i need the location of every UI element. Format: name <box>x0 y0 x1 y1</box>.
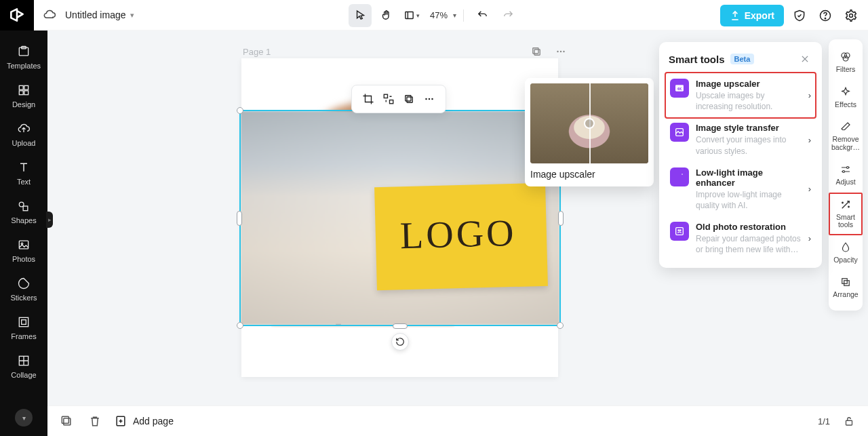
right-item-smart-tools[interactable]: Smart tools <box>829 193 863 235</box>
hand-tool[interactable] <box>374 4 397 27</box>
settings-icon[interactable] <box>841 5 861 26</box>
canvas-tools: ▾ 47% ▾ <box>349 0 519 31</box>
svg-rect-6 <box>19 85 23 90</box>
resize-handle-tl[interactable] <box>237 107 243 114</box>
rotate-handle[interactable] <box>391 333 409 351</box>
shield-icon[interactable] <box>789 5 810 26</box>
document-title-text: Untitled image <box>65 9 126 20</box>
shapes-icon <box>16 199 31 214</box>
svg-point-27 <box>429 98 431 100</box>
sidebar-item-frames[interactable]: Frames <box>0 309 47 347</box>
svg-rect-22 <box>384 94 387 98</box>
sidebar-item-label: Design <box>12 100 35 108</box>
separator <box>463 9 464 22</box>
eraser-icon <box>839 120 852 134</box>
sidebar-item-text[interactable]: Text <box>0 154 47 193</box>
sidebar-item-design[interactable]: Design <box>0 77 47 115</box>
sidebar-item-label: Templates <box>7 62 41 70</box>
document-title[interactable]: Untitled image ▾ <box>65 9 134 20</box>
smart-tool-desc: Upscale images by increasing resolution. <box>696 90 802 112</box>
selection-toolbar <box>351 85 446 113</box>
resize-canvas[interactable]: ▾ <box>400 4 423 27</box>
right-item-remove-bg[interactable]: Remove backgr… <box>829 115 863 157</box>
layers-icon[interactable] <box>57 412 76 431</box>
zoom-level[interactable]: 47% ▾ <box>430 10 456 20</box>
smart-tools-header: Smart tools Beta <box>666 52 815 73</box>
bottombar-right: 1/1 <box>818 412 859 431</box>
sidebar-item-label: Shapes <box>11 216 36 224</box>
zoom-value: 47% <box>430 10 448 20</box>
lock-icon[interactable] <box>840 412 859 431</box>
svg-point-41 <box>842 202 844 203</box>
redo-button[interactable] <box>496 4 519 27</box>
svg-rect-11 <box>23 206 28 211</box>
beta-badge: Beta <box>730 54 755 64</box>
design-icon <box>16 83 31 98</box>
svg-rect-14 <box>19 317 28 326</box>
add-page-button[interactable]: Add page <box>114 414 174 428</box>
crop-icon[interactable] <box>359 90 378 108</box>
bottombar: Add page 1/1 <box>47 405 868 436</box>
chevron-down-icon: ▾ <box>453 12 456 19</box>
right-item-filters[interactable]: Filters <box>829 45 863 80</box>
topbar: Untitled image ▾ ▾ 47% ▾ Export <box>0 0 868 31</box>
svg-rect-18 <box>533 48 538 54</box>
svg-point-42 <box>848 206 850 207</box>
chevron-right-icon: › <box>808 135 811 145</box>
smart-tool-old-photo[interactable]: Old photo restoration Repair your damage… <box>666 216 815 260</box>
replace-icon[interactable] <box>379 90 398 108</box>
before-after-handle <box>584 118 595 129</box>
right-item-effects[interactable]: Effects <box>829 80 863 115</box>
filters-icon <box>839 50 852 64</box>
close-icon[interactable] <box>797 52 812 66</box>
svg-rect-24 <box>407 97 412 102</box>
right-sidebar: Filters Effects Remove backgr… Adjust Sm… <box>829 39 863 311</box>
smart-tool-low-light[interactable]: Low-light image enhancer Improve low-lig… <box>666 162 815 216</box>
canvas-card-text: LOGO <box>399 211 517 257</box>
sidebar-item-photos[interactable]: Photos <box>0 231 47 270</box>
app-logo[interactable] <box>0 0 34 31</box>
help-icon[interactable] <box>815 5 835 26</box>
cloud-sync-icon[interactable] <box>41 6 58 24</box>
sidebar-item-upload[interactable]: Upload <box>0 115 47 154</box>
chevron-right-icon: › <box>808 90 811 100</box>
svg-point-32 <box>682 174 683 175</box>
sidebar-item-templates[interactable]: Templates <box>0 38 47 77</box>
smart-tool-title: Image upscaler <box>696 79 802 89</box>
crop-handle-left[interactable] <box>237 211 242 226</box>
crop-handle-bottom[interactable] <box>393 323 408 329</box>
svg-point-38 <box>843 56 848 62</box>
svg-point-21 <box>563 51 564 52</box>
sidebar-item-shapes[interactable]: Shapes <box>0 193 47 231</box>
sidebar-item-label: Frames <box>11 332 36 340</box>
undo-button[interactable] <box>471 4 494 27</box>
svg-point-26 <box>425 98 427 100</box>
right-item-adjust[interactable]: Adjust <box>829 157 863 193</box>
svg-rect-23 <box>390 100 393 104</box>
export-button[interactable]: Export <box>720 5 784 26</box>
more-icon[interactable] <box>420 90 439 108</box>
sidebar-item-stickers[interactable]: Stickers <box>0 270 47 309</box>
crop-handle-right[interactable] <box>558 211 564 226</box>
right-item-arrange[interactable]: Arrange <box>829 270 863 305</box>
smart-tool-style-transfer[interactable]: Image style transfer Convert your images… <box>666 117 815 161</box>
pointer-tool[interactable] <box>349 4 372 27</box>
svg-point-39 <box>847 167 849 169</box>
resize-handle-bl[interactable] <box>237 322 243 329</box>
duplicate-icon[interactable] <box>399 90 418 108</box>
add-page-label: Add page <box>133 416 174 427</box>
sidebar-item-label: Collage <box>11 371 36 379</box>
tool-preview-card: Image upscaler <box>525 78 654 186</box>
svg-point-35 <box>680 230 681 231</box>
magic-icon <box>839 198 852 212</box>
templates-icon <box>16 44 31 59</box>
smart-tool-image-upscaler[interactable]: 4K Image upscaler Upscale images by incr… <box>666 73 815 117</box>
sidebar-more-button[interactable]: ▾ <box>15 409 33 427</box>
resize-handle-br[interactable] <box>557 322 564 329</box>
svg-point-3 <box>850 14 853 17</box>
delete-icon[interactable] <box>85 412 104 431</box>
export-label: Export <box>745 10 774 21</box>
sidebar-expand-handle[interactable]: ▸ <box>46 212 53 228</box>
sidebar-item-collage[interactable]: Collage <box>0 347 47 386</box>
right-item-opacity[interactable]: Opacity <box>829 235 863 271</box>
